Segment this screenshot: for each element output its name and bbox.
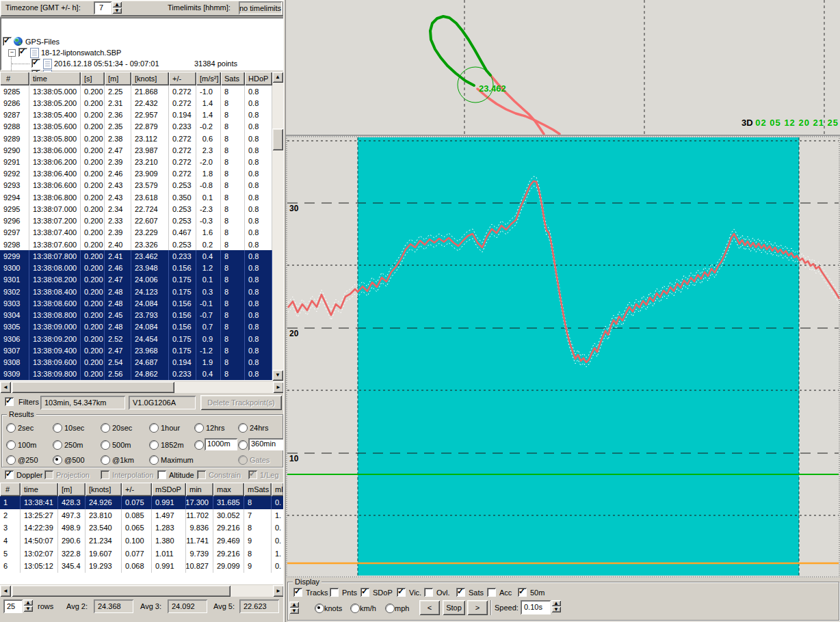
- tree-collapse-toggle[interactable]: −: [8, 49, 16, 57]
- step-back-button[interactable]: <: [419, 600, 440, 615]
- radio-@500[interactable]: [53, 455, 62, 465]
- table-row[interactable]: 930113:38:08.2000.2002.4724.0060.1750.18…: [0, 274, 284, 286]
- results-column-header-max[interactable]: max: [213, 483, 244, 496]
- table-row[interactable]: 929613:38:07.2000.2002.3322.6070.253-0.3…: [0, 215, 284, 227]
- stop-button[interactable]: Stop: [443, 600, 465, 615]
- replay-speed-spinner[interactable]: ▲ ▼: [551, 600, 561, 612]
- speed-chart-panel[interactable]: 30 20 10: [286, 136, 840, 578]
- spin-down-icon[interactable]: ▼: [112, 8, 122, 14]
- column-header-m[interactable]: [m]: [105, 72, 131, 85]
- radio-2sec[interactable]: [6, 423, 16, 433]
- results-row[interactable]: 113:38:41428.324.9260.0750.99117.30031.6…: [0, 496, 284, 509]
- scroll-left-icon[interactable]: ◄: [0, 585, 11, 597]
- rows-input[interactable]: 25: [3, 599, 23, 613]
- checkbox-doppler[interactable]: ✓: [5, 470, 14, 479]
- results-column-header-[interactable]: +/-: [122, 483, 152, 496]
- column-header-time[interactable]: time: [29, 72, 81, 85]
- table-row[interactable]: 929113:38:06.2000.2002.3923.2100.272-2.0…: [0, 156, 284, 167]
- tree-file-label[interactable]: 18-12-liptonswatch.SBP: [41, 49, 121, 57]
- filters-checkbox[interactable]: ✓: [5, 397, 14, 406]
- radio-10sec[interactable]: [53, 423, 62, 433]
- table-row[interactable]: 929413:38:06.8000.2002.4323.6180.3500.18…: [0, 191, 284, 203]
- table-row[interactable]: 929713:38:07.4000.2002.3923.2290.4671.68…: [0, 227, 284, 239]
- table-row[interactable]: 930813:38:09.6000.2002.5424.6870.1941.98…: [0, 356, 284, 368]
- checkbox-pnts[interactable]: [330, 588, 339, 597]
- results-column-header-min[interactable]: min: [186, 483, 213, 496]
- radio-12hrs[interactable]: [194, 423, 204, 433]
- table-row[interactable]: 929313:38:06.6000.2002.4323.5790.253-0.8…: [0, 180, 284, 191]
- delete-trackpoints-button[interactable]: Delete Trackpoint(s): [200, 395, 282, 410]
- radio-mph[interactable]: [385, 604, 395, 613]
- spin-up-icon[interactable]: ▲: [551, 600, 561, 606]
- column-header-[interactable]: #: [0, 72, 29, 85]
- trackpoint-hscrollbar[interactable]: ◄ ►: [0, 381, 284, 393]
- checkbox-vic[interactable]: ✓: [397, 588, 406, 597]
- radio-1000m[interactable]: [194, 440, 204, 450]
- scroll-left-icon[interactable]: ◄: [0, 381, 11, 393]
- hscroll-thumb[interactable]: [12, 381, 174, 393]
- table-row[interactable]: 930613:38:09.2000.2002.5224.4540.1750.98…: [0, 333, 284, 344]
- results-column-header-[interactable]: #: [0, 483, 21, 496]
- table-row[interactable]: 928913:38:05.8000.2002.3823.1120.2720.68…: [0, 133, 284, 144]
- checkbox-tracks[interactable]: ✓: [293, 588, 302, 597]
- table-row[interactable]: 929013:38:06.0000.2002.4723.9870.2722.38…: [0, 144, 284, 156]
- column-header-hdop[interactable]: HDoP: [245, 72, 272, 85]
- results-column-header-time[interactable]: time: [21, 483, 58, 496]
- radio-Gates[interactable]: [238, 455, 248, 465]
- column-header-knots[interactable]: [knots]: [131, 72, 169, 85]
- table-row[interactable]: 928713:38:05.4000.2002.3622.9570.1941.48…: [0, 109, 284, 120]
- table-row[interactable]: 930513:38:09.0000.2002.4824.0840.1560.78…: [0, 321, 284, 333]
- table-row[interactable]: 930913:38:09.8000.2002.5624.8620.2330.48…: [0, 368, 284, 380]
- radio-knots[interactable]: [315, 604, 324, 613]
- radio-kmh[interactable]: [350, 604, 360, 613]
- table-row[interactable]: 930713:38:09.4000.2002.4723.9680.175-1.2…: [0, 344, 284, 356]
- input-360min[interactable]: 360min: [248, 438, 287, 450]
- table-row[interactable]: 929913:38:07.8000.2002.4123.4620.2330.48…: [0, 250, 284, 262]
- checkbox-interpolation[interactable]: [101, 470, 109, 479]
- timezone-spinner[interactable]: ▲ ▼: [112, 1, 122, 14]
- tree-root-checkbox[interactable]: ✓: [3, 37, 12, 46]
- radio-20sec[interactable]: [101, 423, 110, 433]
- scroll-up-icon[interactable]: ▲: [272, 72, 283, 83]
- table-row[interactable]: 929813:38:07.6000.2002.4023.3260.2530.28…: [0, 239, 284, 250]
- tree-file-checkbox[interactable]: ✓: [18, 48, 27, 57]
- scroll-down-icon[interactable]: ▼: [272, 370, 283, 381]
- results-column-header-msats[interactable]: mSats: [244, 483, 272, 496]
- radio-@250[interactable]: [6, 455, 16, 465]
- table-row[interactable]: 929513:38:07.0000.2002.3422.7240.253-2.3…: [0, 203, 284, 215]
- results-row[interactable]: 613:05:12345.419.2930.0680.99110.82729.0…: [0, 560, 284, 573]
- table-row[interactable]: 930013:38:08.0000.2002.4623.9480.1561.28…: [0, 262, 284, 274]
- table-row[interactable]: 929213:38:06.4000.2002.4623.9090.2721.88…: [0, 168, 284, 180]
- column-header-s[interactable]: [s]: [81, 72, 105, 85]
- firmware-version-box[interactable]: V1.0G1206A: [129, 396, 196, 409]
- column-header-sats[interactable]: Sats: [221, 72, 245, 85]
- table-row[interactable]: 928513:38:05.0000.2002.2521.8680.272-1.0…: [0, 85, 284, 97]
- checkbox-projection[interactable]: [44, 470, 53, 479]
- scroll-right-icon[interactable]: ►: [273, 585, 284, 597]
- scroll-right-icon[interactable]: ►: [273, 381, 284, 393]
- spin-down-icon[interactable]: ▼: [23, 606, 33, 612]
- results-row[interactable]: 414:50:07290.621.2340.1001.38011.74129.4…: [0, 535, 284, 547]
- timelimits-box[interactable]: no timelimits: [239, 1, 282, 14]
- table-row[interactable]: 930213:38:08.4000.2002.4824.1230.1750.38…: [0, 286, 284, 297]
- radio-1852m[interactable]: [149, 440, 159, 450]
- results-column-header-msdop[interactable]: mSDoP: [152, 483, 186, 496]
- rows-spinner[interactable]: ▲ ▼: [23, 599, 33, 612]
- vscroll-thumb[interactable]: [272, 129, 283, 150]
- spin-down-icon[interactable]: ▼: [551, 606, 561, 612]
- results-column-header-ml[interactable]: ml: [272, 483, 284, 496]
- hscroll-thumb[interactable]: [12, 585, 231, 597]
- table-row[interactable]: 930313:38:08.6000.2002.4824.0840.156-0.1…: [0, 297, 284, 309]
- table-row[interactable]: 928813:38:05.6000.2002.3522.8790.233-0.2…: [0, 121, 284, 133]
- radio-500m[interactable]: [101, 440, 110, 450]
- checkbox-sats[interactable]: ✓: [456, 588, 465, 597]
- checkbox-altitude[interactable]: [157, 470, 166, 479]
- tree-session-checkbox[interactable]: ✓: [31, 59, 40, 68]
- results-row[interactable]: 213:25:27497.323.8100.0851.49711.70230.0…: [0, 509, 284, 522]
- radio-360min[interactable]: [238, 440, 248, 450]
- spin-up-icon[interactable]: ▲: [112, 1, 122, 8]
- results-hscrollbar[interactable]: ◄ ►: [0, 585, 284, 597]
- radio-24hrs[interactable]: [238, 423, 248, 433]
- input-1000m[interactable]: 1000m: [205, 438, 237, 450]
- checkbox-1leg[interactable]: ✓: [248, 470, 257, 479]
